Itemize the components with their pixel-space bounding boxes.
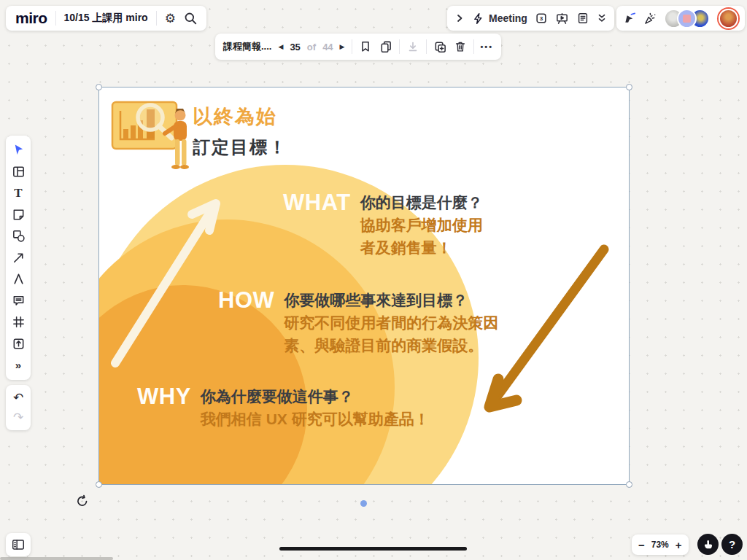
selection-handle-bottom-left[interactable]	[96, 481, 102, 488]
selection-handle-top-left[interactable]	[96, 84, 102, 90]
collaborator-presence-dot	[360, 500, 367, 507]
connector-arrow-tool[interactable]	[6, 247, 31, 269]
slide-title-block: 以終為始 訂定目標！	[193, 104, 287, 159]
settings-gear-icon[interactable]: ⚙	[165, 12, 176, 25]
bottom-dock-handle[interactable]	[279, 547, 467, 551]
frames-panel-card	[6, 533, 31, 556]
divider	[473, 39, 474, 54]
analytics-illustration	[111, 96, 200, 172]
frame-tool[interactable]	[6, 311, 31, 333]
zoom-controls-card: − 73% +	[632, 534, 689, 555]
divider	[426, 39, 427, 54]
collapse-double-chevron-icon[interactable]	[597, 13, 607, 23]
lightning-icon	[472, 12, 484, 25]
slide-content: 以終為始 訂定目標！ WHAT 你的目標是什麼？ 協助客戶增加使用 者及銷售量！…	[99, 88, 629, 484]
dark-down-arrow	[489, 249, 604, 407]
miro-logo[interactable]: miro	[15, 9, 47, 27]
section-how: HOW 你要做哪些事來達到目標？ 研究不同使用者間的行為決策因 素、與驗證目前的…	[218, 289, 498, 357]
templates-tool[interactable]	[6, 161, 31, 183]
section-answer-line: 素、與驗證目前的商業假設。	[284, 334, 498, 357]
section-answer-line: 協助客戶增加使用	[360, 214, 483, 236]
section-answer-line: 我們相信 UX 研究可以幫助產品！	[201, 408, 430, 430]
slides-panel-icon[interactable]: 3	[535, 12, 548, 25]
collaborator-avatar[interactable]	[677, 9, 697, 28]
horizontal-scrollbar[interactable]	[0, 557, 113, 560]
section-text: 你的目標是什麼？ 協助客戶增加使用 者及銷售量！	[360, 191, 483, 259]
more-options-icon[interactable]: •••	[481, 42, 494, 51]
rotate-handle-icon[interactable]	[76, 494, 89, 508]
divider	[55, 11, 56, 26]
upload-tool[interactable]	[6, 333, 31, 355]
selection-handle-top-right[interactable]	[626, 84, 632, 90]
slide-toolbar-card: 課程簡報.... ◀ 35 of 44 ▶ •••	[215, 34, 501, 60]
section-text: 你為什麼要做這件事？ 我們相信 UX 研究可以幫助產品！	[201, 385, 430, 430]
frames-panel-icon[interactable]	[11, 537, 26, 552]
interactive-mode-hand-icon[interactable]	[697, 534, 719, 555]
own-avatar[interactable]	[719, 9, 738, 28]
divider	[399, 39, 400, 54]
duplicate-icon[interactable]	[433, 40, 447, 54]
board-title[interactable]: 10/15 上課用 miro	[64, 12, 148, 25]
section-label: WHAT	[283, 191, 351, 259]
section-label: WHY	[137, 385, 191, 430]
creation-toolbar-card: T »	[6, 136, 31, 380]
select-cursor-tool[interactable]	[6, 139, 31, 161]
of-label: of	[307, 42, 316, 52]
reactions-party-icon[interactable]	[643, 12, 657, 26]
trash-icon[interactable]	[454, 40, 467, 53]
zoom-level[interactable]: 73%	[651, 540, 669, 550]
section-question: 你的目標是什麼？	[360, 191, 483, 214]
pages-stack-icon[interactable]	[379, 40, 392, 54]
divider	[156, 11, 157, 26]
total-page-number: 44	[322, 42, 333, 52]
collaboration-card	[616, 6, 745, 31]
redo-icon: ↷	[13, 410, 23, 425]
shapes-tool[interactable]	[6, 225, 31, 247]
app-header-card: miro 10/15 上課用 miro ⚙	[6, 6, 206, 31]
sticky-note-tool[interactable]	[6, 204, 31, 226]
miro-app: { "theme": { "accent-blue": "#4262FF", "…	[0, 0, 747, 560]
next-page-button[interactable]: ▶	[340, 43, 345, 50]
expand-chevron-icon[interactable]	[454, 13, 465, 23]
section-question: 你為什麼要做這件事？	[201, 385, 430, 408]
more-tools-icon[interactable]: »	[6, 354, 31, 376]
meeting-toolbar-card: Meeting 3	[447, 6, 614, 31]
slide-title-accent: 以終為始	[193, 104, 287, 130]
section-answer-line: 研究不同使用者間的行為決策因	[284, 311, 498, 334]
section-why: WHY 你為什麼要做這件事？ 我們相信 UX 研究可以幫助產品！	[137, 385, 430, 430]
selection-handle-bottom-right[interactable]	[626, 481, 632, 488]
present-easel-icon[interactable]	[555, 12, 569, 26]
avatar-group	[664, 9, 710, 28]
zoom-out-button[interactable]: −	[638, 539, 645, 551]
zoom-in-button[interactable]: +	[676, 539, 682, 551]
svg-text:3: 3	[540, 15, 543, 22]
help-button[interactable]: ?	[721, 534, 743, 555]
search-icon[interactable]	[184, 12, 197, 25]
slide-title-sub: 訂定目標！	[193, 136, 287, 159]
bookmark-icon[interactable]	[359, 40, 372, 53]
section-question: 你要做哪些事來達到目標？	[284, 289, 498, 311]
document-name[interactable]: 課程簡報....	[223, 40, 271, 53]
previous-page-button[interactable]: ◀	[278, 43, 283, 50]
section-label: HOW	[218, 289, 274, 357]
undo-redo-card: ↶ ↷	[6, 385, 31, 430]
undo-icon[interactable]: ↶	[13, 390, 23, 405]
comment-tool[interactable]	[6, 290, 31, 312]
pen-tool[interactable]	[6, 268, 31, 290]
meeting-label: Meeting	[489, 12, 527, 24]
follow-cursor-icon[interactable]	[623, 12, 637, 26]
notes-doc-icon[interactable]	[576, 12, 589, 25]
meeting-button[interactable]: Meeting	[472, 12, 527, 25]
text-tool[interactable]: T	[6, 182, 31, 204]
section-what: WHAT 你的目標是什麼？ 協助客戶增加使用 者及銷售量！	[283, 191, 483, 259]
download-icon	[406, 40, 419, 53]
current-page-number: 35	[290, 42, 300, 52]
section-answer-line: 者及銷售量！	[360, 236, 483, 259]
selected-slide-frame[interactable]: 以終為始 訂定目標！ WHAT 你的目標是什麼？ 協助客戶增加使用 者及銷售量！…	[98, 87, 630, 485]
divider	[352, 39, 352, 54]
section-text: 你要做哪些事來達到目標？ 研究不同使用者間的行為決策因 素、與驗證目前的商業假設…	[284, 289, 498, 357]
